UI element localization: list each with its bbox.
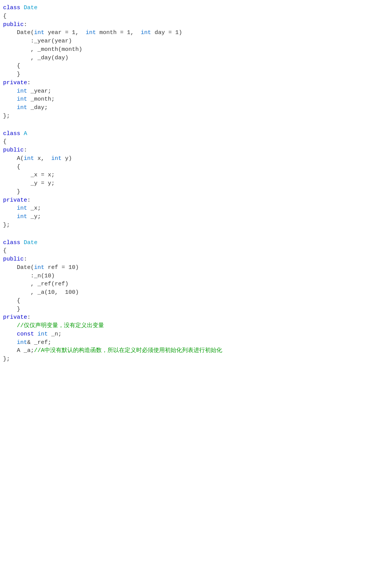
code-editor: class Date { public: Date(int year = 1, … [3,4,376,363]
code-line: class Date [3,4,376,12]
code-line: { [3,62,376,70]
code-section-3: class Date { public: Date(int ref = 10) … [3,239,376,363]
code-line: }; [3,355,376,363]
code-line: private: [3,196,376,205]
code-line: A _a;//A中没有默认的构造函数，所以在定义时必须使用初始化列表进行初始化 [3,347,376,355]
code-line: , _day(day) [3,54,376,62]
code-line: Date(int ref = 10) [3,264,376,272]
code-line: , _a(10, 100) [3,288,376,297]
code-line: public: [3,255,376,264]
code-line: { [3,297,376,305]
code-line: class Date [3,239,376,247]
code-line: :_n(10) [3,272,376,280]
code-line: , _ref(ref) [3,280,376,288]
code-line: }; [3,221,376,230]
code-line: , _month(month) [3,46,376,54]
code-line: public: [3,21,376,29]
code-line: public: [3,146,376,155]
code-line: int _x; [3,204,376,213]
code-line: } [3,305,376,314]
code-line: int _month; [3,95,376,104]
code-line: private: [3,79,376,87]
code-line: { [3,138,376,146]
code-line: //仅仅声明变量，没有定义出变量 [3,322,376,330]
code-line: { [3,247,376,255]
code-line: } [3,70,376,79]
code-line: _x = x; [3,171,376,179]
code-section-1: class Date { public: Date(int year = 1, … [3,4,376,121]
code-line: { [3,163,376,171]
code-line: int& _ref; [3,339,376,347]
code-line: { [3,12,376,21]
code-line: Date(int year = 1, int month = 1, int da… [3,29,376,37]
code-line: const int _n; [3,330,376,339]
code-line: int _day; [3,104,376,112]
code-line: _y = y; [3,179,376,188]
code-line: int _y; [3,213,376,221]
code-line: A(int x, int y) [3,155,376,163]
code-line: }; [3,112,376,121]
code-line: } [3,188,376,196]
code-line: :_year(year) [3,37,376,46]
code-section-2: class A { public: A(int x, int y) { _x =… [3,130,376,230]
code-line: class A [3,130,376,138]
code-line: int _year; [3,87,376,96]
code-line: private: [3,313,376,322]
